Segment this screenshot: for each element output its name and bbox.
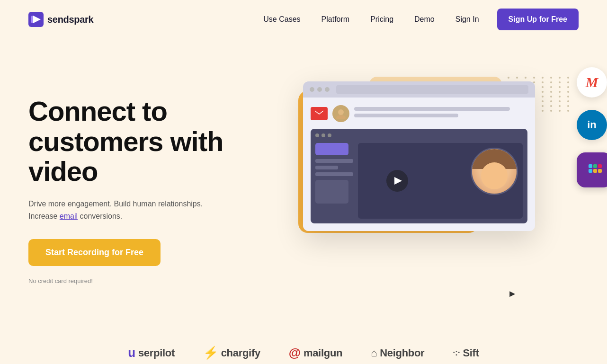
- logo-userpilot: u serpilot: [128, 346, 175, 360]
- nav-use-cases[interactable]: Use Cases: [255, 10, 309, 28]
- email-red-icon: [311, 107, 328, 120]
- navigation: sendspark Use Cases Platform Pricing Dem…: [0, 0, 607, 39]
- browser-bar: [303, 81, 535, 98]
- userpilot-prefix: u: [128, 346, 135, 360]
- slack-logo: [585, 160, 604, 179]
- no-credit-card-text: No credit card required!: [28, 277, 256, 284]
- nav-demo[interactable]: Demo: [406, 10, 443, 28]
- person-avatar-circle: [471, 148, 518, 195]
- userpilot-text: serpilot: [138, 347, 175, 359]
- vpanel-dot-2: [321, 133, 325, 137]
- slack-integration-icon: [577, 152, 607, 187]
- play-icon: [394, 177, 402, 185]
- svg-rect-7: [589, 169, 592, 173]
- chargify-text: chargify: [221, 347, 260, 359]
- vpanel-dot-3: [328, 133, 331, 137]
- browser-dot-2: [317, 87, 322, 92]
- hero-section: Connect to customers with video Drive mo…: [0, 39, 607, 332]
- video-inner: [315, 143, 523, 219]
- svg-rect-2: [31, 16, 33, 23]
- svg-rect-10: [598, 164, 602, 168]
- sift-text: Sift: [463, 347, 479, 359]
- video-panel: [311, 129, 527, 223]
- sendspark-logo-icon: [28, 12, 44, 27]
- video-panel-bar: [315, 133, 523, 137]
- nav-sign-in[interactable]: Sign In: [447, 10, 488, 28]
- browser-dot-3: [325, 87, 330, 92]
- email-avatar: [332, 105, 349, 122]
- logo-sift: ·:· Sift: [453, 347, 479, 359]
- email-line-2: [354, 114, 458, 117]
- vsidebar-line-1: [315, 159, 353, 163]
- chargify-prefix: ⚡: [203, 346, 218, 360]
- email-line-1: [354, 107, 510, 111]
- logos-bar: u serpilot ⚡ chargify @ mailgun ⌂ Neighb…: [0, 332, 607, 364]
- neighbor-prefix: ⌂: [371, 347, 377, 359]
- hero-subtitle: Drive more engagement. Build human relat…: [28, 198, 256, 222]
- svg-rect-11: [598, 169, 602, 173]
- email-row: [311, 105, 527, 122]
- vsidebar-line-3: [315, 172, 353, 176]
- nav-links: Use Cases Platform Pricing Demo Sign In …: [255, 9, 579, 30]
- logo-mailgun: @ mailgun: [289, 346, 342, 360]
- browser-content: [303, 98, 535, 231]
- linkedin-integration-icon: in: [577, 110, 607, 140]
- vpanel-dot-1: [315, 133, 319, 137]
- svg-rect-8: [593, 164, 597, 168]
- nav-platform[interactable]: Platform: [313, 10, 358, 28]
- video-sidebar: [315, 143, 353, 219]
- signup-button[interactable]: Sign Up for Free: [497, 9, 579, 30]
- svg-point-4: [338, 109, 344, 115]
- sift-prefix: ·:·: [453, 348, 460, 358]
- cta-button[interactable]: Start Recording for Free: [28, 239, 161, 266]
- person-face: [472, 149, 517, 194]
- svg-point-5: [336, 115, 346, 119]
- envelope-icon: [314, 110, 324, 117]
- hero-subtitle-text1: Drive more engagement. Build human relat…: [28, 200, 203, 208]
- logo[interactable]: sendspark: [28, 12, 93, 27]
- neighbor-text: Neighbor: [380, 347, 424, 359]
- hero-left: Connect to customers with video Drive mo…: [28, 96, 256, 285]
- mailgun-text: mailgun: [304, 347, 342, 359]
- gmail-integration-icon: M: [577, 67, 607, 98]
- vsidebar-box: [315, 180, 348, 204]
- logo-chargify: ⚡ chargify: [203, 346, 260, 360]
- browser-mockup: [303, 81, 535, 231]
- browser-dot-1: [310, 87, 314, 92]
- nav-pricing[interactable]: Pricing: [362, 10, 402, 28]
- vsidebar-line-2: [315, 166, 338, 169]
- logo-text: sendspark: [47, 14, 93, 25]
- browser-url-bar: [336, 85, 528, 94]
- svg-rect-9: [593, 169, 597, 173]
- mailgun-prefix: @: [289, 346, 301, 360]
- logo-neighbor: ⌂ Neighbor: [371, 347, 424, 359]
- vsidebar-button: [315, 143, 348, 155]
- video-main-area: [358, 143, 523, 219]
- svg-rect-6: [589, 164, 592, 168]
- hero-illustration: ► M in: [275, 67, 579, 313]
- person-face-oval: [481, 162, 508, 189]
- email-link[interactable]: email: [60, 212, 78, 220]
- play-button[interactable]: [386, 170, 408, 192]
- cursor-arrow: ►: [508, 288, 517, 299]
- hero-title: Connect to customers with video: [28, 96, 256, 186]
- email-text-lines: [354, 107, 527, 120]
